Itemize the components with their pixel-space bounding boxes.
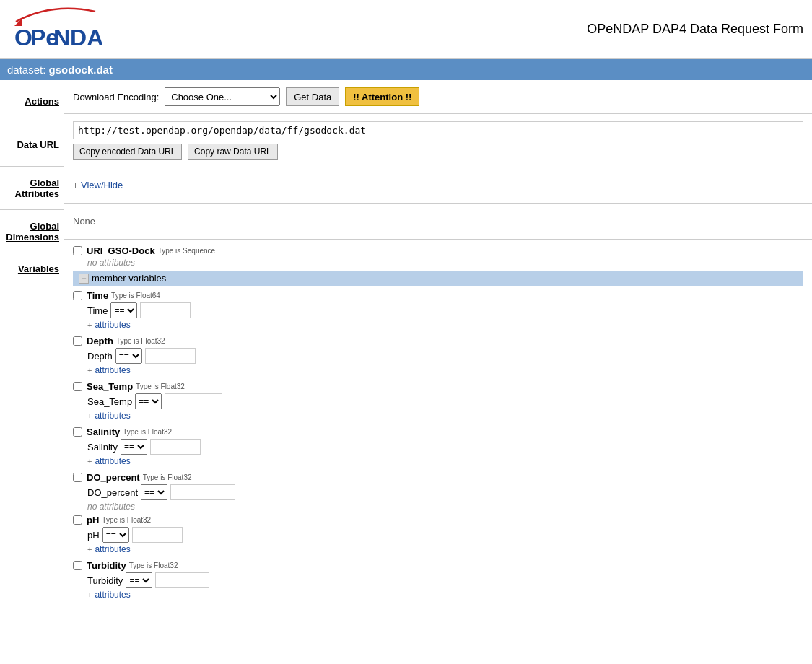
depth-filter-op[interactable]: ==!=<<=>>= <box>115 348 142 364</box>
data-url-buttons: Copy encoded Data URL Copy raw Data URL <box>73 144 803 160</box>
time-attr-plus-icon: + <box>87 320 92 329</box>
sea-temp-checkbox[interactable] <box>73 382 82 391</box>
sea-temp-filter-value[interactable] <box>165 393 222 409</box>
ph-filter-value[interactable] <box>132 527 183 543</box>
sea-temp-filter-op[interactable]: ==!=<<=>>= <box>135 393 162 409</box>
variable-sea-temp: Sea_Temp Type is Float32 Sea_Temp ==!=<<… <box>73 381 803 421</box>
do-percent-filter-row: DO_percent ==!=<<=>>= <box>87 484 803 500</box>
depth-filter-value[interactable] <box>145 348 196 364</box>
depth-checkbox[interactable] <box>73 336 82 346</box>
sidebar-global-attributes-label[interactable]: GlobalAttributes <box>15 178 59 199</box>
salinity-attributes-row: + attributes <box>87 456 803 466</box>
depth-filter-row: Depth ==!=<<=>>= <box>87 348 803 364</box>
salinity-filter-op[interactable]: ==!=<<=>>= <box>121 439 147 455</box>
salinity-filter-row: Salinity ==!=<<=>>= <box>87 439 803 455</box>
page-title-text: OPeNDAP DAP4 Data Request Form <box>587 22 803 36</box>
sea-temp-filter-row: Sea_Temp ==!=<<=>>= <box>87 393 803 409</box>
turbidity-type: Type is Float32 <box>129 562 178 569</box>
variable-time-header: Time Type is Float64 <box>73 290 803 301</box>
member-variables-bar[interactable]: − member variables <box>73 271 803 286</box>
salinity-name: Salinity <box>87 427 120 437</box>
sidebar-global-dimensions: GlobalDimensions <box>0 210 64 253</box>
variables-section: URI_GSO-Dock Type is Sequence no attribu… <box>64 240 812 611</box>
sidebar-data-url-label[interactable]: Data URL <box>17 139 59 150</box>
time-type: Type is Float64 <box>111 292 160 300</box>
do-percent-checkbox[interactable] <box>73 473 82 482</box>
copy-raw-url-button[interactable]: Copy raw Data URL <box>188 144 278 160</box>
ph-attributes-link[interactable]: attributes <box>95 544 130 554</box>
data-url-input[interactable] <box>73 121 803 139</box>
variable-depth: Depth Type is Float32 Depth ==!=<<=>>= +… <box>73 336 803 375</box>
variable-uri-gso-dock-header: URI_GSO-Dock Type is Sequence <box>73 245 803 256</box>
page-title: OPeNDAP DAP4 Data Request Form <box>587 22 803 37</box>
time-checkbox[interactable] <box>73 291 82 300</box>
time-filter-op[interactable]: ==!=<<=>>= <box>110 302 137 318</box>
data-url-section: Copy encoded Data URL Copy raw Data URL <box>64 114 812 167</box>
sidebar-actions: Actions <box>0 80 64 123</box>
uri-gso-dock-type: Type is Sequence <box>158 247 216 255</box>
salinity-filter-label: Salinity <box>87 442 118 453</box>
variable-time: Time Type is Float64 Time ==!=<<=>>= + a… <box>73 290 803 330</box>
variable-depth-header: Depth Type is Float32 <box>73 336 803 346</box>
member-variables-label: member variables <box>92 273 166 284</box>
ph-filter-op[interactable]: ==!=<<=>>= <box>102 527 129 543</box>
variable-ph: pH Type is Float32 pH ==!=<<=>>= + attri… <box>73 515 803 554</box>
ph-name: pH <box>87 515 99 525</box>
ph-filter-row: pH ==!=<<=>>= <box>87 527 803 543</box>
time-filter-row: Time ==!=<<=>>= <box>87 302 803 318</box>
dataset-value: gsodock.dat <box>49 64 113 76</box>
ph-checkbox[interactable] <box>73 515 82 525</box>
sidebar-actions-label[interactable]: Actions <box>25 96 59 107</box>
salinity-filter-value[interactable] <box>150 439 201 455</box>
salinity-attributes-link[interactable]: attributes <box>95 456 130 466</box>
variable-do-percent: DO_percent Type is Float32 DO_percent ==… <box>73 472 803 512</box>
ph-filter-label: pH <box>87 530 100 541</box>
depth-attributes-row: + attributes <box>87 365 803 375</box>
sea-temp-attributes-row: + attributes <box>87 411 803 421</box>
turbidity-attributes-link[interactable]: attributes <box>95 590 130 600</box>
dataset-label: dataset: <box>7 64 45 76</box>
do-percent-filter-label: DO_percent <box>87 487 138 498</box>
ph-type: Type is Float32 <box>102 516 151 524</box>
sidebar-data-url: Data URL <box>0 123 64 167</box>
sea-temp-name: Sea_Temp <box>87 381 133 392</box>
depth-filter-label: Depth <box>87 351 113 362</box>
ph-attributes-row: + attributes <box>87 544 803 554</box>
uri-gso-dock-name: URI_GSO-Dock <box>87 245 155 256</box>
variable-turbidity-header: Turbidity Type is Float32 <box>73 560 803 571</box>
turbidity-name: Turbidity <box>87 560 126 571</box>
member-variables-collapse-icon[interactable]: − <box>79 274 89 284</box>
global-attr-plus-icon: + <box>73 180 78 191</box>
uri-gso-dock-no-attr: no attributes <box>87 258 803 268</box>
sidebar-global-dimensions-label[interactable]: GlobalDimensions <box>6 221 59 243</box>
sidebar-global-attributes: GlobalAttributes <box>0 167 64 210</box>
opendap-logo: O Pe NDAP <box>9 6 102 53</box>
sea-temp-type: Type is Float32 <box>136 383 185 390</box>
turbidity-filter-op[interactable]: ==!=<<=>>= <box>126 572 152 588</box>
time-attributes-link[interactable]: attributes <box>95 320 130 330</box>
uri-gso-dock-checkbox[interactable] <box>73 246 82 255</box>
salinity-checkbox[interactable] <box>73 427 82 437</box>
time-filter-value[interactable] <box>140 302 191 318</box>
global-attr-view-hide-link[interactable]: View/Hide <box>81 180 123 191</box>
sidebar-variables-label[interactable]: Variables <box>18 263 59 274</box>
global-attributes-section: + View/Hide <box>64 167 812 204</box>
salinity-type: Type is Float32 <box>123 428 172 436</box>
encoding-select[interactable]: Choose One... DAP4 Binary NetCDF-4 ASCII… <box>165 87 280 106</box>
dataset-bar: dataset: gsodock.dat <box>0 59 812 80</box>
do-percent-filter-value[interactable] <box>170 484 235 500</box>
actions-section: Download Encoding: Choose One... DAP4 Bi… <box>64 80 812 114</box>
logo-area: O Pe NDAP <box>9 6 102 53</box>
copy-encoded-url-button[interactable]: Copy encoded Data URL <box>73 144 182 160</box>
turbidity-filter-row: Turbidity ==!=<<=>>= <box>87 572 803 588</box>
svg-text:NDAP: NDAP <box>53 25 102 51</box>
variable-salinity-header: Salinity Type is Float32 <box>73 427 803 437</box>
turbidity-checkbox[interactable] <box>73 561 82 570</box>
sea-temp-attributes-link[interactable]: attributes <box>95 411 130 421</box>
depth-attributes-link[interactable]: attributes <box>95 365 130 375</box>
attention-button[interactable]: !! Attention !! <box>345 87 419 106</box>
turbidity-filter-value[interactable] <box>155 572 209 588</box>
do-percent-filter-op[interactable]: ==!=<<=>>= <box>141 484 167 500</box>
get-data-button[interactable]: Get Data <box>286 87 339 106</box>
sea-temp-filter-label: Sea_Temp <box>87 396 132 407</box>
